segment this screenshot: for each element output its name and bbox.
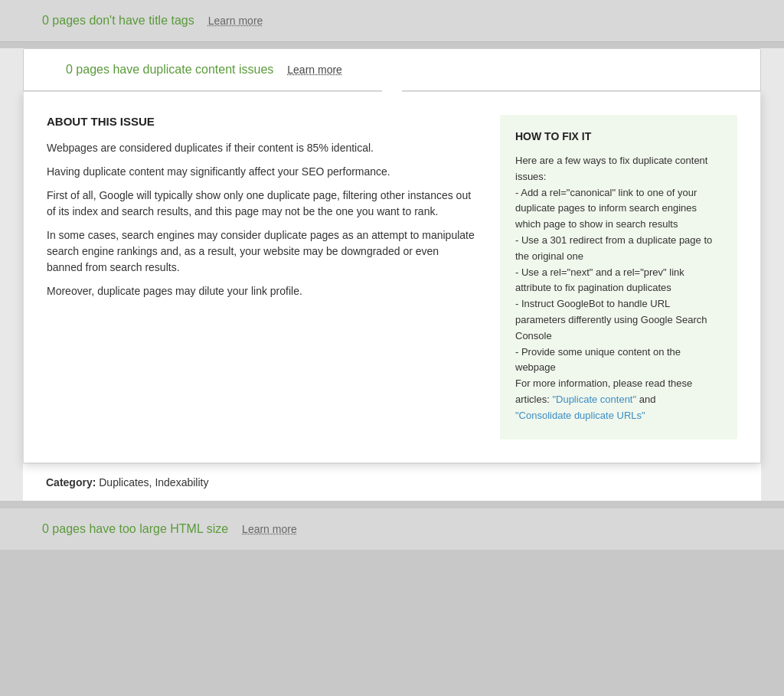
tooltip-popup: ABOUT THIS ISSUE Webpages are considered… xyxy=(23,91,761,463)
fix-intro: Here are a few ways to fix duplicate con… xyxy=(515,155,707,182)
fix-item3: - Use a rel="next" and a rel="prev" link… xyxy=(515,266,684,294)
duplicate-content-header: 0 pages have duplicate content issues Le… xyxy=(23,48,761,91)
category-label: Category: xyxy=(46,476,96,489)
about-para4: In some cases, search engines may consid… xyxy=(47,227,477,276)
fix-item1: - Add a rel="canonical" link to one of y… xyxy=(515,187,697,230)
html-size-learn-more-link[interactable]: Learn more xyxy=(242,523,297,535)
how-to-fix-title: HOW TO FIX IT xyxy=(515,130,722,142)
html-size-issue-text: 0 pages have too large HTML size xyxy=(42,522,228,536)
category-value: Duplicates, Indexability xyxy=(96,476,208,489)
about-para5: Moreover, duplicate pages may dilute you… xyxy=(47,283,477,299)
html-size-row: 0 pages have too large HTML size Learn m… xyxy=(0,508,784,550)
tooltip-about-section: ABOUT THIS ISSUE Webpages are considered… xyxy=(47,115,477,439)
category-row: Category: Duplicates, Indexability xyxy=(23,463,761,501)
about-title: ABOUT THIS ISSUE xyxy=(47,115,477,128)
title-tags-row: 0 pages don't have title tags Learn more xyxy=(0,0,784,42)
about-para2: Having duplicate content may significant… xyxy=(47,164,477,180)
duplicate-content-learn-more-link[interactable]: Learn more xyxy=(287,64,342,76)
fix-item4: - Instruct GoogleBot to handle URL param… xyxy=(515,298,707,341)
fix-item2: - Use a 301 redirect from a duplicate pa… xyxy=(515,234,712,262)
duplicate-content-section: 0 pages have duplicate content issues Le… xyxy=(0,48,784,501)
tooltip-arrow xyxy=(381,90,403,101)
title-tags-issue-text: 0 pages don't have title tags xyxy=(42,14,194,28)
about-para1: Webpages are considered duplicates if th… xyxy=(47,140,477,156)
title-tags-learn-more-link[interactable]: Learn more xyxy=(208,15,263,27)
fix-link2-prefix: and xyxy=(636,394,655,405)
duplicate-content-issue-text: 0 pages have duplicate content issues xyxy=(66,63,273,77)
how-to-fix-content: Here are a few ways to fix duplicate con… xyxy=(515,153,722,424)
page-wrapper: 0 pages don't have title tags Learn more… xyxy=(0,0,784,696)
about-para3: First of all, Google will typically show… xyxy=(47,188,477,220)
tooltip-how-to-fix-section: HOW TO FIX IT Here are a few ways to fix… xyxy=(500,115,737,439)
fix-item5: - Provide some unique content on the web… xyxy=(515,346,681,374)
duplicate-content-link[interactable]: "Duplicate content" xyxy=(552,394,636,405)
consolidate-urls-link[interactable]: "Consolidate duplicate URLs" xyxy=(515,410,645,421)
